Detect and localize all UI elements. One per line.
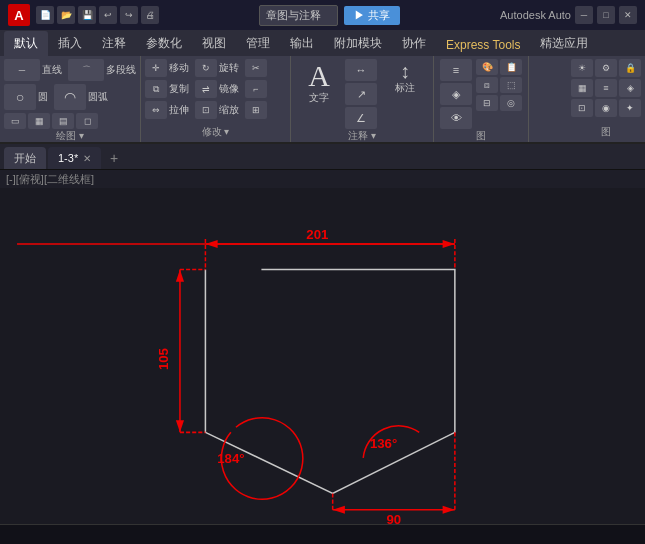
mirror-tool[interactable]: ⇌ [195,80,217,98]
tab-parametric[interactable]: 参数化 [136,31,192,56]
modify-row-3: ⇔ 拉伸 ⊡ 缩放 ⊞ [145,101,286,119]
tab-insert[interactable]: 插入 [48,31,92,56]
gradient-tool[interactable]: ▤ [52,113,74,129]
text-tool[interactable]: A 文字 [297,59,341,107]
tab-collaborate[interactable]: 协作 [392,31,436,56]
dim-tool[interactable]: ↕ 标注 [383,59,427,97]
modify-row-1: ✛ 移动 ↻ 旋转 ✂ [145,59,286,77]
stretch-label[interactable]: 拉伸 [169,103,189,117]
ungroup-tool[interactable]: ⬚ [500,77,522,93]
new-tab-button[interactable]: + [103,147,125,169]
dim-linear[interactable]: ↔ [345,59,377,81]
qa-open[interactable]: 📂 [57,6,75,24]
dim-angular[interactable]: ∠ [345,107,377,129]
qa-redo[interactable]: ↪ [120,6,138,24]
isolate-tool[interactable]: ◎ [500,95,522,111]
title-bar: A 📄 📂 💾 ↩ ↪ 🖨 章图与注释 ▶ 共享 Autodesk Auto ─… [0,0,645,30]
view-label-text: [-][俯视][二维线框] [6,172,94,187]
tab-annotation[interactable]: 注释 [92,31,136,56]
tab-view[interactable]: 视图 [192,31,236,56]
modify-group: ✛ 移动 ↻ 旋转 ✂ ⧉ 复制 ⇌ 镜像 ⌐ ⇔ 拉伸 ⊡ 缩放 ⊞ 修改 ▾ [141,56,291,142]
array-tool[interactable]: ⊞ [245,101,267,119]
draw-group-title: 绘图 ▾ [4,129,136,143]
trim-tool[interactable]: ✂ [245,59,267,77]
app-logo[interactable]: A [8,4,30,26]
stretch-tool[interactable]: ⇔ [145,101,167,119]
ribbon-panel: ─ 直线 ⌒ 多段线 ○ 圆 ◠ 圆弧 ▭ ▦ ▤ ◻ 绘图 ▾ ✛ [0,56,645,144]
dim-aligned[interactable]: ↗ [345,83,377,105]
qa-undo[interactable]: ↩ [99,6,117,24]
scale-tool[interactable]: ⊡ [195,101,217,119]
prop-icon-2[interactable]: ⚙ [595,59,617,77]
rect-tool[interactable]: ▭ [4,113,26,129]
rotate-label[interactable]: 旋转 [219,61,239,75]
circle-tool[interactable]: ○ [4,84,36,110]
qa-new[interactable]: 📄 [36,6,54,24]
annotation-group: A 文字 ↔ ↗ ∠ ↕ 标注 注释 ▾ [291,56,434,142]
dim-136-text: 136° [370,436,397,451]
fillet-tool[interactable]: ⌐ [245,80,267,98]
line-tool[interactable]: ─ [4,59,40,81]
polyarc-tool[interactable]: ⌒ [68,59,104,81]
prop-icon-7[interactable]: ⊡ [571,99,593,117]
dim-201-text: 201 [306,227,328,242]
app-title: Autodesk Auto [500,9,571,21]
workspace-dropdown[interactable]: 章图与注释 [259,5,338,26]
ribbon-tab-bar: 默认 插入 注释 参数化 视图 管理 输出 附加模块 协作 Express To… [0,30,645,56]
text-label: 文字 [309,91,329,105]
drawing-tab[interactable]: 1-3* ✕ [48,147,101,169]
view-label-bar: [-][俯视][二维线框] [0,170,645,188]
prop-icon-3[interactable]: 🔒 [619,59,641,77]
mirror-label[interactable]: 镜像 [219,82,239,96]
qa-save[interactable]: 💾 [78,6,96,24]
copy-tool[interactable]: ⧉ [145,80,167,98]
canvas-area[interactable]: 201 105 90 184° 136° [0,188,645,524]
circle-label[interactable]: 圆 [38,90,48,104]
command-line[interactable] [0,524,645,544]
layers-group: ≡ ◈ 👁 🎨 📋 ⧈ ⬚ ⊟ ◎ 图 [434,56,529,142]
layer-walk[interactable]: 👁 [440,107,472,129]
arc-tool[interactable]: ◠ [54,84,86,110]
prop-icon-1[interactable]: ☀ [571,59,593,77]
prop-icon-9[interactable]: ✦ [619,99,641,117]
maximize-button[interactable]: □ [597,6,615,24]
prop-match[interactable]: 🎨 [476,59,498,75]
tab-addon[interactable]: 附加模块 [324,31,392,56]
tab-default[interactable]: 默认 [4,31,48,56]
select-filter[interactable]: ⊟ [476,95,498,111]
close-button[interactable]: ✕ [619,6,637,24]
drawing-tab-label: 1-3* [58,152,78,164]
modify-tools: ✛ 移动 ↻ 旋转 ✂ ⧉ 复制 ⇌ 镜像 ⌐ ⇔ 拉伸 ⊡ 缩放 ⊞ [145,59,286,125]
start-tab[interactable]: 开始 [4,147,46,169]
line-label[interactable]: 直线 [42,63,62,77]
annotation-group-title: 注释 ▾ [297,129,427,143]
prop-icon-8[interactable]: ◉ [595,99,617,117]
region-tool[interactable]: ◻ [76,113,98,129]
move-label[interactable]: 移动 [169,61,189,75]
group-tool[interactable]: ⧈ [476,77,498,93]
rotate-tool[interactable]: ↻ [195,59,217,77]
qa-plot[interactable]: 🖨 [141,6,159,24]
layers-group-title: 图 [440,129,522,143]
hatch-tool[interactable]: ▦ [28,113,50,129]
arc-label[interactable]: 圆弧 [88,90,108,104]
scale-label[interactable]: 缩放 [219,103,239,117]
tab-output[interactable]: 输出 [280,31,324,56]
drawing-svg: 201 105 90 184° 136° [0,188,645,524]
prop-icon-4[interactable]: ▦ [571,79,593,97]
modify-group-title: 修改 ▾ [145,125,286,139]
share-button[interactable]: ▶ 共享 [344,6,400,25]
prop-icon-5[interactable]: ≡ [595,79,617,97]
polyarc-label[interactable]: 多段线 [106,63,136,77]
tab-featured[interactable]: 精选应用 [530,31,598,56]
minimize-button[interactable]: ─ [575,6,593,24]
tab-manage[interactable]: 管理 [236,31,280,56]
layer-properties[interactable]: ≡ [440,59,472,81]
prop-icon-6[interactable]: ◈ [619,79,641,97]
layer-current[interactable]: ◈ [440,83,472,105]
move-tool[interactable]: ✛ [145,59,167,77]
drawing-tab-close[interactable]: ✕ [83,153,91,164]
tab-express-tools[interactable]: Express Tools [436,34,530,56]
copy-label[interactable]: 复制 [169,82,189,96]
prop-list[interactable]: 📋 [500,59,522,75]
